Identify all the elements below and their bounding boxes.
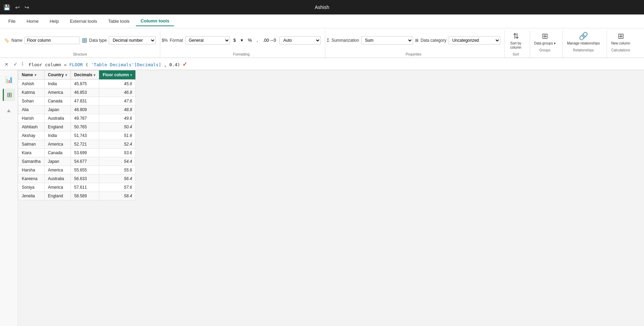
cell-name: Salman [18,140,45,149]
sidebar-model-icon[interactable]: ⟁ [3,104,15,116]
cell-name: Alia [18,106,45,114]
menu-file[interactable]: File [3,17,20,26]
undo-icon[interactable]: ↩ [15,4,20,11]
cell-decimals: 55.655 [70,166,99,175]
new-column-icon: ⊞ [618,32,624,41]
new-column-btn[interactable]: ⊞ New column [608,30,633,47]
table-row: Akshay India 51.743 51.6 [18,131,136,140]
ribbon-group-groups: ⊞ Data groups ▾ Groups [530,30,563,58]
menu-home[interactable]: Home [22,17,44,26]
cell-country: Japan [44,106,70,114]
table-row: Kareena Australia 56.633 56.4 [18,175,136,183]
relationships-icon: 🔗 [579,32,588,41]
menu-external-tools[interactable]: External tools [65,17,102,26]
confirm-formula-btn[interactable]: ✓ [12,61,19,67]
formula-function: FLOOR [69,62,83,67]
sort-by-column-btn[interactable]: ⇅ Sort by column [506,30,526,51]
comma-btn[interactable]: , [256,37,260,43]
decimal-btn[interactable]: .00→0 [261,37,277,43]
relationships-label: Relationships [573,48,594,52]
cell-name: Akshay [18,131,45,140]
data-groups-btn[interactable]: ⊞ Data groups ▾ [531,30,558,47]
cell-name: Jenelia [18,192,45,200]
structure-label: Structure [73,52,87,56]
menu-help[interactable]: Help [45,17,64,26]
table-header-row: Name ▾ Country ▾ Decimals ▾ [18,70,136,80]
cell-floor: 56.4 [99,175,136,183]
cell-decimals: 47.831 [70,97,99,106]
format-icon: $% [162,38,167,43]
table-row: Sohan Canada 47.831 47.6 [18,97,136,106]
sidebar-chart-icon[interactable]: 📊 [3,73,15,86]
cell-country: Japan [44,157,70,166]
format-select[interactable]: General Fixed Percentage [185,36,230,45]
table-row: Salman America 52.721 52.4 [18,140,136,149]
cell-decimals: 54.677 [70,157,99,166]
cell-name: Abhilash [18,123,45,131]
percent-btn[interactable]: % [247,37,253,43]
redo-icon[interactable]: ↪ [25,4,29,11]
col-country-label: Country [48,72,64,77]
format-label: Format [170,38,183,43]
cell-decimals: 46.853 [70,88,99,97]
name-label: Name [11,38,22,43]
ribbon-group-relationships: 🔗 Manage relationships Relationships [563,30,607,58]
col-header-country[interactable]: Country ▾ [44,70,70,80]
cell-decimals: 51.743 [70,131,99,140]
col-floor-filter-icon[interactable]: ▾ [130,73,132,77]
datacategory-select[interactable]: Uncategorized Address City Country [449,36,500,45]
cell-country: America [44,166,70,175]
title-bar: 💾 ↩ ↪ Ashish [0,0,644,14]
col-name-label: Name [22,72,33,77]
name-input[interactable] [25,37,80,44]
cell-country: Canada [44,149,70,157]
auto-select[interactable]: Auto 0 1 2 [279,36,321,45]
cell-country: America [44,183,70,192]
cell-decimals: 52.721 [70,140,99,149]
summarization-row: Σ Summarization Sum Average Count Min Ma… [327,36,413,45]
col-header-decimals[interactable]: Decimals ▾ [70,70,99,80]
menu-table-tools[interactable]: Table tools [103,17,134,26]
summarization-select[interactable]: Sum Average Count Min Max [361,36,413,45]
data-table: Name ▾ Country ▾ Decimals ▾ [18,70,136,200]
cell-decimals: 45.875 [70,80,99,88]
cell-floor: 58.4 [99,192,136,200]
col-decimals-label: Decimals [74,72,93,77]
formula-text: Floor column = FLOOR ( 'Table Decimals'[… [29,60,187,68]
cell-name: Kiara [18,149,45,157]
datatype-select[interactable]: Decimal number Whole number Text Date [109,36,156,45]
datacategory-row: ⊞ Data category Uncategorized Address Ci… [415,36,500,45]
cell-country: Australia [44,175,70,183]
cell-name: Ashish [18,80,45,88]
cell-floor: 51.6 [99,131,136,140]
col-header-name[interactable]: Name ▾ [18,70,45,80]
sort-btn-label: Sort by column [510,41,521,50]
datatype-label: Data type [89,38,107,43]
table-row: Abhilash England 50.765 50.4 [18,123,136,131]
cell-floor: 46.8 [99,88,136,97]
ribbon: 🏷️ Name 🔢 Data type Decimal number Whole… [0,28,644,58]
new-column-label: New column [611,41,630,46]
col-decimals-filter-icon[interactable]: ▾ [94,73,95,77]
table-row: Soniya America 57.611 57.6 [18,183,136,192]
menu-column-tools[interactable]: Column tools [136,16,174,26]
cell-name: Harsha [18,166,45,175]
title-bar-icons[interactable]: 💾 ↩ ↪ [3,4,29,11]
col-header-floor[interactable]: Floor column ▾ [99,70,136,80]
cell-country: Canada [44,97,70,106]
table-row: Jenelia England 58.589 58.4 [18,192,136,200]
save-icon[interactable]: 💾 [3,4,10,11]
cell-floor: 52.4 [99,140,136,149]
sort-label: Sort [512,52,519,56]
sidebar-table-icon[interactable]: ⊞ [3,89,15,101]
cancel-formula-btn[interactable]: ✕ [3,61,10,67]
cell-floor: 57.6 [99,183,136,192]
ribbon-group-properties: Σ Summarization Sum Average Count Min Ma… [325,30,504,58]
cell-floor: 53.6 [99,149,136,157]
dropdown-btn[interactable]: ▾ [239,37,244,43]
manage-relationships-btn[interactable]: 🔗 Manage relationships [564,30,603,47]
col-country-filter-icon[interactable]: ▾ [65,73,67,77]
dollar-btn[interactable]: $ [232,37,237,43]
cell-name: Sohan [18,97,45,106]
col-name-filter-icon[interactable]: ▾ [35,73,36,77]
